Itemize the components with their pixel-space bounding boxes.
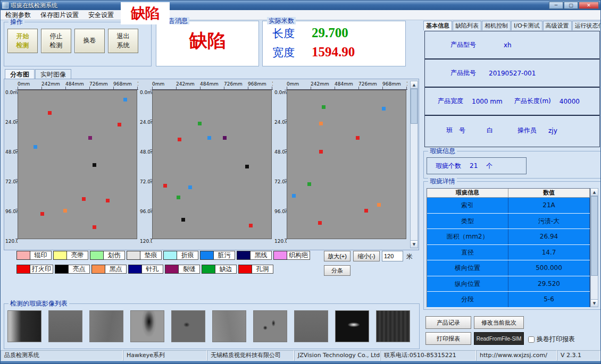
map-tab[interactable]: 实时图像 xyxy=(35,69,71,80)
defect-point[interactable] xyxy=(307,182,311,186)
defect-point[interactable] xyxy=(118,123,121,126)
ruler-tick-label: 1210mm xyxy=(406,81,407,87)
defect-point[interactable] xyxy=(249,224,253,227)
defect-point[interactable] xyxy=(382,107,386,111)
legend-item: 划伤 xyxy=(90,251,125,260)
defect-point[interactable] xyxy=(377,203,381,207)
defect-point[interactable] xyxy=(181,218,185,222)
legend-label: 织构疤 xyxy=(287,251,310,260)
defect-point[interactable] xyxy=(163,184,167,188)
operation-button[interactable]: 停止 检测 xyxy=(41,29,71,53)
range-input[interactable] xyxy=(382,251,403,261)
detail-table-row[interactable]: 类型污渍-大 xyxy=(427,214,590,230)
defect-point[interactable] xyxy=(82,197,86,201)
map-tabs: 分布图实时图像 xyxy=(5,69,72,80)
defect-thumbnail[interactable] xyxy=(335,310,369,342)
defect-point[interactable] xyxy=(318,221,322,225)
defect-point[interactable] xyxy=(48,111,52,115)
defect-point[interactable] xyxy=(319,150,323,154)
print-report-button[interactable]: 打印报表 xyxy=(425,332,471,345)
right-panel-tab[interactable]: 缺陷列表 xyxy=(453,21,481,30)
defect-point[interactable] xyxy=(34,145,37,149)
defect-point[interactable] xyxy=(356,136,360,140)
right-panel-tab[interactable]: I/O卡测试 xyxy=(511,21,542,30)
product-record-button[interactable]: 产品记录 xyxy=(425,316,471,329)
scroll-up-icon[interactable]: ▲ xyxy=(411,81,418,89)
map-scrollbar[interactable]: ▲ ▼ xyxy=(410,81,418,248)
defect-point[interactable] xyxy=(188,185,192,189)
minimize-icon[interactable]: ─ xyxy=(549,2,563,9)
detail-table-row[interactable]: 直径14.7 xyxy=(427,245,590,261)
detail-scrollbar[interactable]: ▲ ▼ xyxy=(590,188,598,307)
ruler-tick-label: 72.0m xyxy=(274,179,287,184)
ruler-tick-label: 242mm xyxy=(176,81,195,87)
defect-point[interactable] xyxy=(178,138,181,141)
defect-thumbnail[interactable] xyxy=(48,310,82,342)
legend-item: 缺边 xyxy=(202,265,237,274)
menu-item[interactable]: 安全设置 xyxy=(84,10,119,20)
defect-thumbnail[interactable] xyxy=(212,310,246,342)
defect-point[interactable] xyxy=(88,136,92,140)
modify-batch-button[interactable]: 修改当前批次 xyxy=(474,316,524,329)
scroll-up-icon[interactable]: ▲ xyxy=(591,189,598,196)
defect-point[interactable] xyxy=(93,163,96,167)
warning-group: 警告消息 缺陷 xyxy=(156,21,259,66)
right-panel-tab[interactable]: 运行状态信息 xyxy=(572,21,601,30)
right-panel-tab[interactable]: 高级设置 xyxy=(543,21,572,30)
right-panel-tab[interactable]: 基本信息 xyxy=(423,21,452,30)
operation-button[interactable]: 开始 检测 xyxy=(7,29,38,53)
defect-thumbnail[interactable] xyxy=(171,310,205,342)
defect-point[interactable] xyxy=(123,98,127,101)
defect-point[interactable] xyxy=(177,196,180,199)
right-panel-tab[interactable]: 相机控制 xyxy=(482,21,511,30)
detail-table-row[interactable]: 纵向位置29.520 xyxy=(427,276,590,292)
defect-point[interactable] xyxy=(364,209,368,213)
ruler-tick-label: 0mm xyxy=(18,81,30,87)
menu-item[interactable]: 保存图片设置 xyxy=(36,10,84,20)
detail-table-row[interactable]: 面积（mm2）26.94 xyxy=(427,229,590,245)
legend-swatch xyxy=(16,265,30,274)
defect-point[interactable] xyxy=(292,194,296,198)
defect-point[interactable] xyxy=(319,122,323,125)
scroll-down-icon[interactable]: ▼ xyxy=(591,299,598,307)
defect-point[interactable] xyxy=(40,212,44,216)
reprint-checkbox[interactable] xyxy=(528,336,535,343)
zoom-in-button[interactable]: 放大(+) xyxy=(324,251,350,261)
defect-point[interactable] xyxy=(63,209,67,213)
legend-swatch xyxy=(53,251,67,260)
defect-thumbnail[interactable] xyxy=(294,310,328,342)
scrollbar-thumb[interactable] xyxy=(591,196,598,276)
detail-table-row[interactable]: 横向位置500.000 xyxy=(427,260,590,276)
scroll-down-icon[interactable]: ▼ xyxy=(411,240,418,248)
defect-point[interactable] xyxy=(207,136,211,140)
legend-label: 裂缝 xyxy=(179,265,200,274)
operation-buttons: 开始 检测停止 检测换卷退出 系统 xyxy=(7,29,138,53)
map-tab[interactable]: 分布图 xyxy=(5,69,35,80)
detail-table-row[interactable]: 索引21A xyxy=(427,198,590,214)
defect-point[interactable] xyxy=(93,225,96,229)
zoom-out-button[interactable]: 缩小(-) xyxy=(353,251,380,261)
detail-row-name: 直径 xyxy=(427,245,508,260)
defect-point[interactable] xyxy=(198,122,202,125)
maximize-icon[interactable]: ▢ xyxy=(564,2,578,9)
scrollbar-thumb[interactable] xyxy=(411,89,418,124)
defect-point[interactable] xyxy=(322,105,325,109)
operation-button[interactable]: 换卷 xyxy=(74,29,105,53)
read-from-file-button[interactable]: ReadFromFile-SIM xyxy=(474,332,524,345)
split-button[interactable]: 分条 xyxy=(324,265,350,276)
operator-label: 操作员 xyxy=(517,126,537,135)
legend-label: 缺边 xyxy=(215,265,237,274)
ruler-tick-label: 726mm xyxy=(89,81,108,87)
detail-table-row[interactable]: 分段5-6 xyxy=(427,292,590,308)
defect-point[interactable] xyxy=(223,136,227,140)
defect-thumbnail[interactable] xyxy=(89,310,123,342)
legend-row-2: 打火印亮点黑点针孔裂缝缺边孔洞 xyxy=(16,265,275,274)
operation-button[interactable]: 退出 系统 xyxy=(108,29,138,53)
defect-thumbnail[interactable] xyxy=(253,310,287,342)
defect-point[interactable] xyxy=(245,165,249,168)
close-icon[interactable]: ✕ xyxy=(579,2,599,9)
defect-point[interactable] xyxy=(106,199,110,202)
defect-thumbnail[interactable] xyxy=(7,310,41,342)
defect-thumbnail[interactable] xyxy=(376,310,410,342)
defect-thumbnail[interactable] xyxy=(130,310,164,342)
